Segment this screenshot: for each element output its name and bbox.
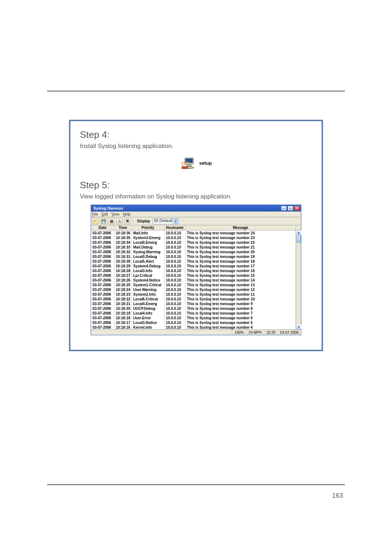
step5-title: Step 5: <box>80 180 312 191</box>
tool-grid-icon[interactable]: ▦ <box>108 218 115 224</box>
table-row[interactable]: 03-07-200610:18:32Syslog.Warning10.0.0.1… <box>91 249 301 254</box>
close-button[interactable]: ✕ <box>294 206 300 211</box>
step4-desc: Install Syslog listening application. <box>80 143 312 150</box>
tool-open-icon[interactable]: 📂 <box>92 218 99 224</box>
col-time[interactable]: Time <box>114 225 132 230</box>
table-row[interactable]: 03-07-200610:18:16Kernel.Info10.0.0.10Th… <box>91 325 301 329</box>
cell-priority: Local4.Emerg <box>132 301 164 306</box>
scrollbar[interactable]: ▲ ▼ <box>296 230 301 329</box>
table-row[interactable]: 03-07-200610:18:24User.Warning10.0.0.10T… <box>91 287 301 292</box>
cell-hostname: 10.0.0.10 <box>164 278 185 282</box>
col-date[interactable]: Date <box>91 225 114 230</box>
cell-priority: Local6.Critical <box>132 296 164 301</box>
table-row[interactable]: 03-07-200610:18:22Local6.Critical10.0.0.… <box>91 296 301 301</box>
table-row[interactable]: 03-07-200610:18:31Local0.Debug10.0.0.10T… <box>91 254 301 259</box>
cell-hostname: 10.0.0.10 <box>164 296 185 301</box>
tool-alert-icon[interactable]: ⚠ <box>116 218 123 224</box>
col-message[interactable]: Message <box>185 225 296 230</box>
scroll-down-icon[interactable]: ▼ <box>296 325 301 329</box>
tool-settings-icon[interactable]: 🛠 <box>124 218 131 224</box>
table-row[interactable]: 03-07-200610:18:27Lpr.Critical10.0.0.10T… <box>91 273 301 278</box>
cell-message: This is Syslog test message number 9 <box>185 301 296 306</box>
col-priority[interactable]: Priority <box>132 225 164 230</box>
cell-date: 03-07-2006 <box>91 311 114 315</box>
cell-priority: Local5.Alert <box>132 259 164 263</box>
table-header: Date Time Priority Hostname Message <box>91 225 301 230</box>
cell-priority: Syslog.Warning <box>132 249 164 254</box>
cell-hostname: 10.0.0.10 <box>164 315 185 320</box>
cell-time: 10:18:32 <box>114 249 132 254</box>
cell-priority: System2.Info <box>132 292 164 296</box>
cell-priority: Local3.Info <box>132 268 164 273</box>
top-divider <box>47 91 345 91</box>
table-row[interactable]: 03-07-200610:18:23System2.Info10.0.0.10T… <box>91 292 301 296</box>
cell-time: 10:18:22 <box>114 296 132 301</box>
setup-icon[interactable]: setup <box>180 156 212 170</box>
table-row[interactable]: 03-07-200610:18:17Local3.Notice10.0.0.10… <box>91 320 301 325</box>
bottom-divider <box>47 484 345 485</box>
table-body: 03-07-200610:18:36Mail.Info10.0.0.10This… <box>91 230 301 329</box>
table-row[interactable]: 03-07-200610:18:28Local3.Info10.0.0.10Th… <box>91 268 301 273</box>
cell-message: This is Syslog test message number 6 <box>185 315 296 320</box>
scroll-thumb[interactable] <box>297 235 301 243</box>
menu-help[interactable]: Help <box>123 212 131 216</box>
toolbar: 📂 💾 ▦ ⚠ 🛠 Display 00 (Default) <box>91 217 301 225</box>
minimize-button[interactable]: — <box>281 206 287 211</box>
cell-time: 10:18:17 <box>114 320 132 325</box>
cell-message: This is Syslog test message number 11 <box>185 292 296 296</box>
cell-priority: Mail.Info <box>132 230 164 235</box>
titlebar[interactable]: Syslog Daemon — ▭ ✕ <box>91 205 301 212</box>
cell-time: 10:18:28 <box>114 268 132 273</box>
table-row[interactable]: 03-07-200610:18:36Mail.Info10.0.0.10This… <box>91 230 301 235</box>
cell-message: This is Syslog test message number 19 <box>185 254 296 259</box>
cell-date: 03-07-2006 <box>91 273 114 278</box>
cell-time: 10:18:16 <box>114 325 132 329</box>
col-hostname[interactable]: Hostname <box>164 225 185 230</box>
cell-hostname: 10.0.0.10 <box>164 292 185 296</box>
table-row[interactable]: 03-07-200610:18:26System4.Notice10.0.0.1… <box>91 278 301 282</box>
cell-message: This is Syslog test message number 20 <box>185 249 296 254</box>
cell-priority: System4.Debug <box>132 263 164 268</box>
cell-date: 03-07-2006 <box>91 230 114 235</box>
cell-hostname: 10.0.0.10 <box>164 311 185 315</box>
table-row[interactable]: 03-07-200610:18:34Local0.Emerg10.0.0.10T… <box>91 240 301 245</box>
cell-priority: System3.Emerg <box>132 235 164 240</box>
table-row[interactable]: 03-07-200610:18:35System3.Emerg10.0.0.10… <box>91 235 301 240</box>
cell-time: 10:18:23 <box>114 292 132 296</box>
cell-priority: User.Warning <box>132 287 164 292</box>
window-title: Syslog Daemon <box>92 206 280 210</box>
table-row[interactable]: 03-07-200610:18:21Local4.Emerg10.0.0.10T… <box>91 301 301 306</box>
cell-message: This is Syslog test message number 23 <box>185 235 296 240</box>
cell-date: 03-07-2006 <box>91 235 114 240</box>
table-row[interactable]: 03-07-200610:18:18User.Error10.0.0.10Thi… <box>91 315 301 320</box>
menu-view[interactable]: View <box>111 212 119 216</box>
table-row[interactable]: 03-07-200610:18:20UUCP.Debug10.0.0.10Thi… <box>91 306 301 311</box>
cell-message: This is Syslog test message number 4 <box>185 325 296 329</box>
cell-date: 03-07-2006 <box>91 254 114 259</box>
table-row[interactable]: 03-07-200610:18:33Mail.Debug10.0.0.10Thi… <box>91 245 301 249</box>
table-row[interactable]: 03-07-200610:18:25System1.Critical10.0.0… <box>91 282 301 287</box>
cell-time: 10:18:20 <box>114 306 132 311</box>
tool-save-icon[interactable]: 💾 <box>100 218 107 224</box>
table-row[interactable]: 03-07-200610:18:19Local4.Info10.0.0.10Th… <box>91 311 301 315</box>
display-select[interactable]: 00 (Default) <box>153 218 179 224</box>
cell-hostname: 10.0.0.10 <box>164 249 185 254</box>
cell-message: This is Syslog test message number 21 <box>185 245 296 249</box>
cell-hostname: 10.0.0.10 <box>164 301 185 306</box>
cell-time: 10:18:34 <box>114 240 132 245</box>
cell-priority: User.Error <box>132 315 164 320</box>
maximize-button[interactable]: ▭ <box>287 206 293 211</box>
scroll-up-icon[interactable]: ▲ <box>296 230 301 235</box>
table-row[interactable]: 03-07-200610:18:30Local5.Alert10.0.0.10T… <box>91 259 301 263</box>
cell-priority: Lpr.Critical <box>132 273 164 278</box>
cell-message: This is Syslog test message number 16 <box>185 268 296 273</box>
cell-time: 10:18:31 <box>114 254 132 259</box>
menu-file[interactable]: File <box>92 212 98 216</box>
statusbar: 100% 24 MPH 10:20 03-07-2006 <box>91 329 301 335</box>
cell-message: This is Syslog test message number 5 <box>185 320 296 325</box>
menu-edit[interactable]: Edit <box>102 212 108 216</box>
cell-message: This is Syslog test message number 14 <box>185 278 296 282</box>
table-row[interactable]: 03-07-200610:18:29System4.Debug10.0.0.10… <box>91 263 301 268</box>
cell-hostname: 10.0.0.10 <box>164 273 185 278</box>
cell-hostname: 10.0.0.10 <box>164 230 185 235</box>
